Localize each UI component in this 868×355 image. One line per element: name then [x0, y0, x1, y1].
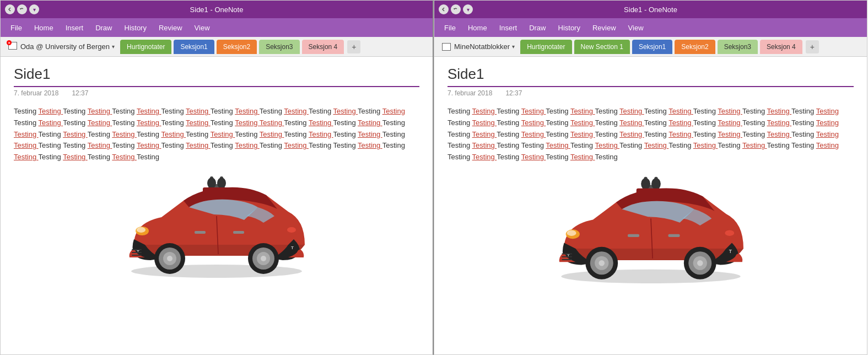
- notebook-name-left: Oda @ University of Bergen: [20, 42, 110, 51]
- svg-point-38: [599, 260, 605, 266]
- svg-rect-25: [132, 252, 142, 253]
- svg-point-11: [167, 256, 172, 261]
- svg-point-32: [567, 230, 576, 236]
- tab-seksjon4-right[interactable]: Seksjon 4: [760, 40, 802, 54]
- tab-hurtignotater-right[interactable]: Hurtignotater: [520, 40, 572, 54]
- page-content-left: Side1 7. februar 2018 12:37 Testing Test…: [1, 57, 433, 354]
- menu-file-left[interactable]: File: [5, 21, 28, 34]
- page-content-right: Side1 7. februar 2018 12:37 Testing Test…: [434, 57, 867, 354]
- menu-review-left[interactable]: Review: [153, 21, 188, 34]
- menu-file-right[interactable]: File: [439, 21, 461, 34]
- page-date-right: 7. februar 2018: [448, 89, 492, 97]
- svg-point-19: [207, 178, 216, 189]
- svg-point-46: [641, 178, 650, 190]
- menu-view-right[interactable]: View: [623, 21, 649, 34]
- car-image-left: T T: [14, 168, 419, 278]
- tab-seksjon3-left[interactable]: Seksjon3: [259, 40, 299, 54]
- svg-text:T: T: [291, 245, 294, 250]
- tabs-bar-right: MineNotatblokker ▾ Hurtignotater New Sec…: [434, 37, 867, 57]
- testing-text-left: Testing Testing Testing Testing Testing …: [14, 106, 419, 163]
- title-bar-controls-right: ▾: [439, 4, 473, 14]
- svg-point-20: [217, 178, 226, 189]
- back-button-right[interactable]: [439, 4, 449, 14]
- tab-new-section-right[interactable]: New Section 1: [574, 40, 630, 54]
- svg-point-34: [725, 230, 734, 236]
- notebook-label-left[interactable]: ✕ Oda @ University of Bergen ▾: [5, 41, 118, 53]
- tab-seksjon2-left[interactable]: Seksjon2: [217, 40, 257, 54]
- menu-insert-right[interactable]: Insert: [494, 21, 523, 34]
- window-title-right: Side1 - OneNote: [624, 6, 677, 14]
- page-time-right: 12:37: [505, 89, 522, 97]
- tab-seksjon4-left[interactable]: Seksjon 4: [302, 40, 344, 54]
- car-image-right: T T: [448, 168, 854, 283]
- back-button-left[interactable]: [5, 4, 15, 14]
- svg-point-7: [287, 227, 296, 233]
- svg-point-47: [651, 178, 661, 190]
- page-date-left: 7. februar 2018: [14, 89, 58, 97]
- notebook-chevron-right[interactable]: ▾: [512, 44, 515, 50]
- svg-rect-21: [203, 187, 233, 194]
- menu-view-left[interactable]: View: [189, 21, 215, 34]
- add-tab-left[interactable]: +: [347, 40, 360, 53]
- add-tab-right[interactable]: +: [806, 40, 819, 53]
- svg-rect-48: [636, 189, 668, 196]
- menu-history-right[interactable]: History: [553, 21, 586, 34]
- tab-seksjon1-left[interactable]: Seksjon1: [174, 40, 214, 54]
- svg-point-42: [697, 260, 703, 266]
- quick-button-left[interactable]: ▾: [29, 4, 39, 14]
- notebook-icon-right: [442, 42, 452, 52]
- testing-text-right: Testing Testing Testing Testing Testing …: [448, 106, 854, 163]
- car-svg-left: T T: [117, 168, 316, 278]
- svg-rect-2: [195, 231, 206, 234]
- page-date-row-right: 7. februar 2018 12:37: [448, 89, 854, 97]
- window-title-left: Side1 - OneNote: [190, 6, 244, 14]
- svg-rect-24: [132, 249, 142, 250]
- tab-seksjon1-right[interactable]: Seksjon1: [632, 40, 672, 54]
- right-window: ▾ Side1 - OneNote File Home Insert Draw …: [434, 0, 867, 355]
- menu-draw-right[interactable]: Draw: [524, 21, 551, 34]
- svg-text:T: T: [729, 249, 732, 254]
- page-title-left: Side1: [14, 66, 419, 87]
- menu-bar-left: File Home Insert Draw History Review Vie…: [1, 18, 433, 37]
- page-title-right: Side1: [448, 66, 854, 87]
- car-svg-right: T T: [546, 168, 756, 283]
- menu-insert-left[interactable]: Insert: [60, 21, 89, 34]
- menu-review-right[interactable]: Review: [587, 21, 622, 34]
- svg-point-5: [137, 227, 145, 233]
- svg-rect-26: [132, 255, 142, 256]
- page-date-row-left: 7. februar 2018 12:37: [14, 89, 419, 97]
- left-window: ▾ Side1 - OneNote File Home Insert Draw …: [0, 0, 434, 355]
- menu-home-right[interactable]: Home: [462, 21, 493, 34]
- menu-bar-right: File Home Insert Draw History Review Vie…: [434, 18, 867, 37]
- undo-button-left[interactable]: [17, 4, 27, 14]
- tab-seksjon2-right[interactable]: Seksjon2: [675, 40, 715, 54]
- notebook-label-right[interactable]: MineNotatblokker ▾: [439, 41, 518, 53]
- svg-rect-52: [562, 256, 572, 257]
- notebook-icon-left: ✕: [8, 42, 18, 52]
- svg-rect-30: [668, 234, 680, 237]
- quick-button-right[interactable]: ▾: [463, 4, 473, 14]
- svg-rect-53: [562, 259, 572, 260]
- title-bar-left: ▾ Side1 - OneNote: [1, 1, 433, 18]
- title-bar-right: ▾ Side1 - OneNote: [434, 1, 867, 18]
- menu-home-left[interactable]: Home: [29, 21, 59, 34]
- svg-point-15: [261, 256, 266, 261]
- svg-rect-29: [628, 234, 639, 237]
- page-time-left: 12:37: [72, 89, 88, 97]
- tab-hurtignotater-left[interactable]: Hurtignotater: [120, 40, 171, 54]
- windows-container: ▾ Side1 - OneNote File Home Insert Draw …: [0, 0, 868, 355]
- undo-button-right[interactable]: [451, 4, 461, 14]
- tabs-bar-left: ✕ Oda @ University of Bergen ▾ Hurtignot…: [1, 37, 433, 57]
- tab-seksjon3-right[interactable]: Seksjon3: [718, 40, 758, 54]
- notebook-name-right: MineNotatblokker: [454, 42, 510, 51]
- menu-history-left[interactable]: History: [119, 21, 152, 34]
- title-bar-controls-left: ▾: [5, 4, 39, 14]
- menu-draw-left[interactable]: Draw: [90, 21, 117, 34]
- notebook-chevron-left[interactable]: ▾: [112, 44, 115, 50]
- svg-rect-3: [233, 231, 244, 234]
- svg-rect-51: [562, 253, 572, 254]
